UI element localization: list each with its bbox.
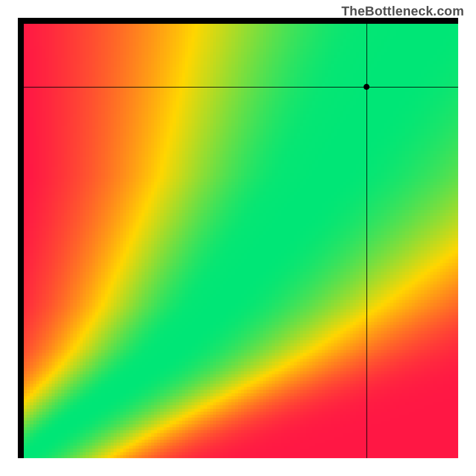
chart-frame: TheBottleneck.com bbox=[0, 0, 476, 476]
plot-border bbox=[18, 18, 458, 458]
crosshair-horizontal bbox=[24, 87, 458, 88]
heatmap-canvas bbox=[24, 24, 458, 458]
crosshair-marker-dot bbox=[364, 84, 369, 90]
watermark-text: TheBottleneck.com bbox=[342, 4, 464, 19]
